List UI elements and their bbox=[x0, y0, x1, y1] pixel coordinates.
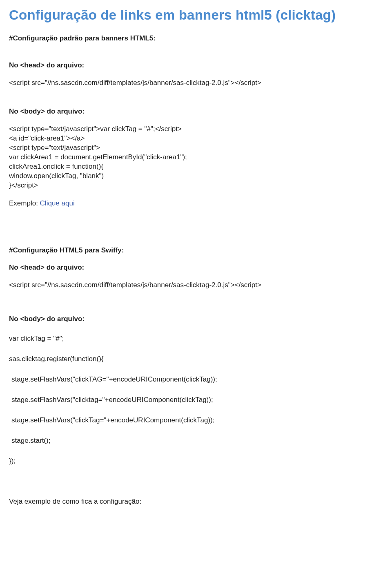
example-link[interactable]: Clique aqui bbox=[40, 199, 75, 207]
section2-footer: Veja exemplo de como fica a configuração… bbox=[9, 497, 383, 507]
section1-example-line: Exemplo: Clique aqui bbox=[9, 199, 383, 208]
code-line: sas.clicktag.register(function(){ bbox=[9, 355, 383, 363]
section1-head-code: <script src="//ns.sascdn.com/diff/templa… bbox=[9, 78, 383, 88]
section2-head-code: <script src="//ns.sascdn.com/diff/templa… bbox=[9, 281, 383, 290]
code-line: }); bbox=[9, 457, 383, 465]
code-line: stage.setFlashVars("clickTAG="+encodeURI… bbox=[9, 375, 383, 384]
section1-heading: #Configuração padrão para banners HTML5: bbox=[9, 34, 383, 42]
section2-body-code: var clickTag = "#"; sas.clicktag.registe… bbox=[9, 335, 383, 465]
section2-head-label: No <head> do arquivo: bbox=[9, 263, 383, 272]
section2-body-label: No <body> do arquivo: bbox=[9, 315, 383, 323]
code-line: var clickTag = "#"; bbox=[9, 335, 383, 343]
section1-body-label: No <body> do arquivo: bbox=[9, 107, 383, 116]
section1-head-label: No <head> do arquivo: bbox=[9, 61, 383, 69]
document-page: Configuração de links em banners html5 (… bbox=[0, 0, 392, 523]
code-line: stage.setFlashVars("clicktag="+encodeURI… bbox=[9, 396, 383, 404]
page-title: Configuração de links em banners html5 (… bbox=[9, 7, 383, 23]
example-prefix: Exemplo: bbox=[9, 199, 40, 207]
code-line: stage.start(); bbox=[9, 437, 383, 445]
code-line: stage.setFlashVars("clickTag="+encodeURI… bbox=[9, 416, 383, 424]
section1-body-code: <script type="text/javascript">var click… bbox=[9, 125, 383, 190]
section2-heading: #Configuração HTML5 para Swiffy: bbox=[9, 246, 383, 254]
